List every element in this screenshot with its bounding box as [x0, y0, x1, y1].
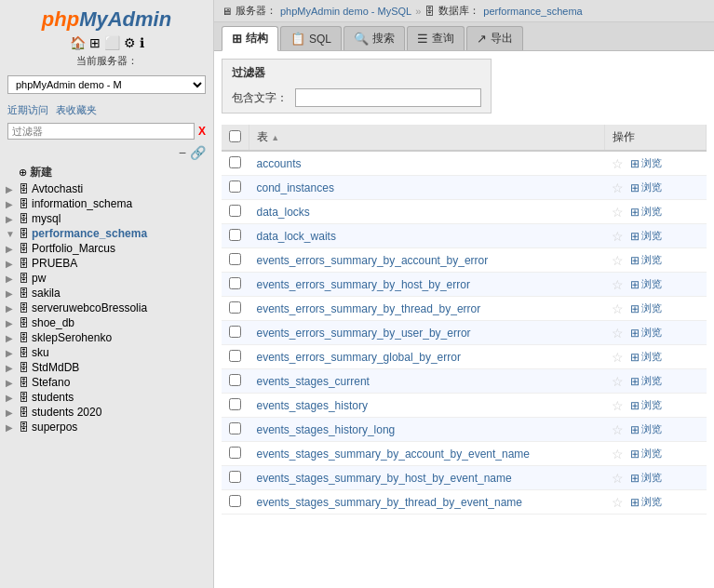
- sidebar-item-mysql[interactable]: ▶🗄mysql: [4, 211, 209, 226]
- browse-button[interactable]: ⊞浏览: [627, 421, 665, 437]
- table-name-link[interactable]: accounts: [257, 157, 302, 170]
- browse-button[interactable]: ⊞浏览: [627, 325, 665, 341]
- browse-button[interactable]: ⊞浏览: [627, 155, 665, 171]
- row-checkbox[interactable]: [229, 422, 241, 434]
- table-name-link[interactable]: events_stages_summary_by_thread_by_event…: [257, 496, 523, 509]
- browse-button[interactable]: ⊞浏览: [627, 446, 665, 461]
- row-checkbox[interactable]: [229, 350, 241, 362]
- tab-sql[interactable]: 📋SQL: [280, 26, 342, 50]
- link-icon[interactable]: 🔗: [190, 145, 206, 160]
- sidebar-item-pw[interactable]: ▶🗄pw: [4, 271, 209, 286]
- row-checkbox[interactable]: [229, 301, 241, 314]
- table-name-link[interactable]: events_errors_summary_by_account_by_erro…: [257, 254, 489, 267]
- favorite-icon[interactable]: ☆: [612, 301, 624, 316]
- table-name-link[interactable]: events_stages_history: [257, 399, 368, 412]
- col-table-header[interactable]: 表 ▲: [249, 125, 605, 151]
- browse-button[interactable]: ⊞浏览: [627, 204, 665, 220]
- table-name-link[interactable]: events_stages_history_long: [257, 423, 396, 436]
- row-checkbox[interactable]: [229, 180, 241, 193]
- tab-structure[interactable]: ⊞结构: [222, 26, 278, 51]
- sidebar-item-serveruwebcoBressolia[interactable]: ▶🗄serveruwebcoBressolia: [4, 301, 209, 315]
- favorite-icon[interactable]: ☆: [612, 398, 624, 413]
- row-checkbox[interactable]: [229, 253, 241, 265]
- collapse-icon[interactable]: −: [179, 145, 186, 160]
- row-checkbox[interactable]: [229, 156, 241, 168]
- sidebar-item-Avtochasti[interactable]: ▶🗄Avtochasti: [4, 181, 209, 196]
- sidebar-item-shoe_db[interactable]: ▶🗄shoe_db: [4, 315, 209, 330]
- info-icon[interactable]: ℹ: [140, 35, 144, 50]
- select-all-checkbox[interactable]: [229, 130, 241, 142]
- row-checkbox[interactable]: [229, 398, 241, 410]
- home-icon[interactable]: 🏠: [70, 35, 86, 50]
- new-db-item[interactable]: ⊕ 新建: [4, 164, 209, 181]
- favorite-icon[interactable]: ☆: [612, 495, 624, 510]
- browse-button[interactable]: ⊞浏览: [627, 397, 665, 413]
- tab-search[interactable]: 🔍搜索: [344, 26, 405, 50]
- sidebar-item-superpos[interactable]: ▶🗄superpos: [4, 420, 209, 434]
- browse-button[interactable]: ⊞浏览: [627, 301, 665, 316]
- row-checkbox[interactable]: [229, 495, 241, 507]
- row-checkbox[interactable]: [229, 205, 241, 217]
- sidebar-item-sklepSerohenko[interactable]: ▶🗄sklepSerohenko: [4, 330, 209, 345]
- favorite-icon[interactable]: ☆: [612, 326, 624, 341]
- table-name-link[interactable]: events_errors_summary_by_host_by_error: [257, 278, 470, 291]
- table-name-link[interactable]: cond_instances: [257, 181, 334, 194]
- nav-favorites[interactable]: 表收藏夹: [56, 103, 97, 117]
- favorite-icon[interactable]: ☆: [612, 350, 624, 365]
- tab-export[interactable]: ↗导出: [466, 26, 523, 50]
- sidebar-item-sku[interactable]: ▶🗄sku: [4, 345, 209, 360]
- table-filter-input[interactable]: [295, 88, 481, 107]
- grid-icon[interactable]: ⊞: [89, 35, 101, 50]
- sidebar-item-Stefano[interactable]: ▶🗄Stefano: [4, 375, 209, 390]
- table-name-link[interactable]: data_lock_waits: [257, 230, 336, 243]
- db-filter-input[interactable]: [7, 123, 195, 140]
- table-name-link[interactable]: events_stages_summary_by_account_by_even…: [257, 448, 531, 461]
- browse-button[interactable]: ⊞浏览: [627, 373, 665, 389]
- sidebar-item-information_schema[interactable]: ▶🗄information_schema: [4, 196, 209, 211]
- favorite-icon[interactable]: ☆: [612, 277, 624, 292]
- sidebar-item-StdMdDB[interactable]: ▶🗄StdMdDB: [4, 360, 209, 375]
- table-name-link[interactable]: events_stages_summary_by_host_by_event_n…: [257, 472, 512, 485]
- sidebar-item-Portfolio_Marcus[interactable]: ▶🗄Portfolio_Marcus: [4, 241, 209, 256]
- favorite-icon[interactable]: ☆: [612, 471, 624, 486]
- nav-recent[interactable]: 近期访问: [7, 103, 48, 117]
- browse-button[interactable]: ⊞浏览: [627, 228, 665, 244]
- favorite-icon[interactable]: ☆: [612, 422, 624, 437]
- table-name-link[interactable]: events_errors_summary_global_by_error: [257, 351, 461, 364]
- sidebar-item-students[interactable]: ▶🗄students: [4, 390, 209, 405]
- favorite-icon[interactable]: ☆: [612, 253, 624, 268]
- favorite-icon[interactable]: ☆: [612, 205, 624, 220]
- sidebar-item-performance_schema[interactable]: ▼🗄performance_schema: [4, 226, 209, 241]
- row-checkbox[interactable]: [229, 277, 241, 289]
- row-checkbox[interactable]: [229, 374, 241, 386]
- table-name-link[interactable]: events_errors_summary_by_thread_by_error: [257, 302, 481, 315]
- row-checkbox[interactable]: [229, 447, 241, 459]
- table-name-link[interactable]: data_locks: [257, 206, 310, 219]
- tab-query[interactable]: ☰查询: [407, 26, 465, 50]
- browse-button[interactable]: ⊞浏览: [627, 180, 665, 195]
- favorite-icon[interactable]: ☆: [612, 374, 624, 389]
- sidebar-item-students_2020[interactable]: ▶🗄students 2020: [4, 405, 209, 420]
- server-select[interactable]: phpMyAdmin demo - M: [7, 75, 206, 94]
- row-checkbox[interactable]: [229, 229, 241, 241]
- sidebar-item-sakila[interactable]: ▶🗄sakila: [4, 286, 209, 301]
- browse-button[interactable]: ⊞浏览: [627, 494, 665, 510]
- gear-icon[interactable]: ⚙: [124, 35, 136, 50]
- favorite-icon[interactable]: ☆: [612, 229, 624, 244]
- sidebar-item-PRUEBA[interactable]: ▶🗄PRUEBA: [4, 256, 209, 271]
- row-checkbox[interactable]: [229, 471, 241, 483]
- browse-button[interactable]: ⊞浏览: [627, 349, 665, 365]
- filter-clear-button[interactable]: X: [198, 125, 206, 138]
- favorite-icon[interactable]: ☆: [612, 180, 624, 195]
- favorite-icon[interactable]: ☆: [612, 156, 624, 171]
- table-name-link[interactable]: events_stages_current: [257, 375, 370, 388]
- row-checkbox[interactable]: [229, 326, 241, 338]
- circle-icon[interactable]: ⬜: [104, 35, 120, 50]
- breadcrumb-db-value[interactable]: performance_schema: [483, 6, 582, 17]
- browse-button[interactable]: ⊞浏览: [627, 276, 665, 292]
- favorite-icon[interactable]: ☆: [612, 447, 624, 461]
- browse-button[interactable]: ⊞浏览: [627, 470, 665, 486]
- browse-button[interactable]: ⊞浏览: [627, 252, 665, 268]
- table-name-link[interactable]: events_errors_summary_by_user_by_error: [257, 327, 471, 340]
- breadcrumb-server-value[interactable]: phpMyAdmin demo - MySQL: [280, 6, 411, 17]
